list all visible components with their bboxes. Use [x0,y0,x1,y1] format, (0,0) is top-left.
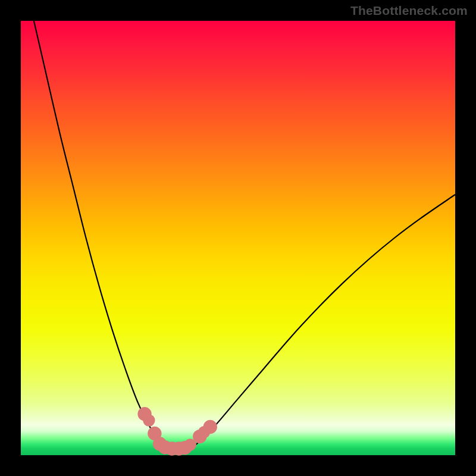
bottleneck-curve [34,21,455,449]
chart-frame: TheBottleneck.com [0,0,476,476]
curve-layer [21,21,455,455]
watermark-text: TheBottleneck.com [350,4,468,18]
data-marker [143,414,155,426]
data-marker [203,420,217,434]
plot-area [21,21,455,455]
data-markers [137,407,217,456]
